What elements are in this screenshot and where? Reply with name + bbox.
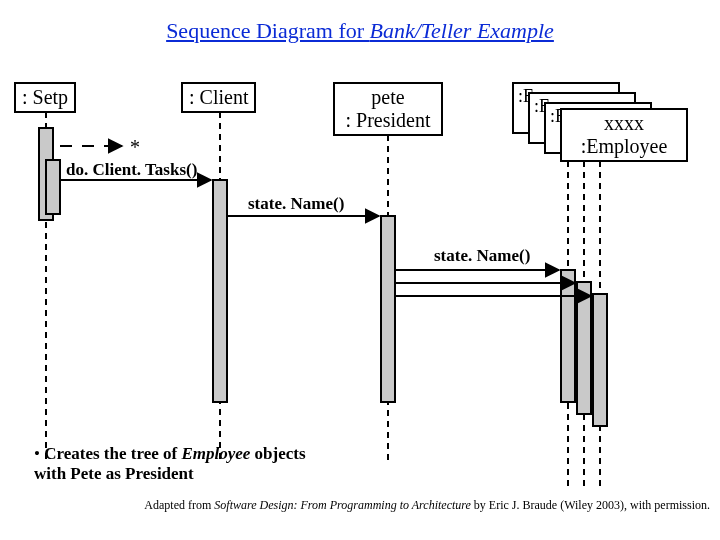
participant-pete-line1: pete (371, 86, 404, 108)
participant-emp-bottom: Employee (586, 135, 667, 157)
participant-emp-front: xxxx :Employee (560, 108, 688, 162)
activation-emp-3 (593, 294, 607, 426)
msg-statename-1: state. Name() (248, 194, 344, 214)
participant-client: : Client (181, 82, 256, 113)
note-a: Creates the tree of (40, 444, 181, 463)
participant-emp-top: xxxx (604, 112, 644, 134)
attr-c: by Eric J. Braude (Wiley 2003), with per… (471, 498, 710, 512)
participant-client-label: : Client (189, 86, 248, 108)
msg-doclienttasks: do. Client. Tasks() (66, 160, 197, 180)
note-b: Employee (181, 444, 250, 463)
note-c: objects (250, 444, 305, 463)
attr-b: Software Design: From Programming to Arc… (214, 498, 471, 512)
activation-emp-1 (561, 270, 575, 402)
participant-setp-label: : Setp (22, 86, 68, 108)
activation-emp-2 (577, 282, 591, 414)
loop-asterisk: * (130, 136, 140, 159)
diagram-note: • Creates the tree of Employee objects w… (34, 444, 306, 485)
participant-setp: : Setp (14, 82, 76, 113)
activation-pete (381, 216, 395, 402)
participant-pete-line2: : President (346, 109, 431, 131)
activation-setp-inner (46, 160, 60, 214)
note-d: with Pete as President (34, 464, 194, 483)
attribution: Adapted from Software Design: From Progr… (0, 498, 710, 513)
msg-statename-2: state. Name() (434, 246, 530, 266)
activation-client (213, 180, 227, 402)
attr-a: Adapted from (144, 498, 214, 512)
participant-pete: pete : President (333, 82, 443, 136)
